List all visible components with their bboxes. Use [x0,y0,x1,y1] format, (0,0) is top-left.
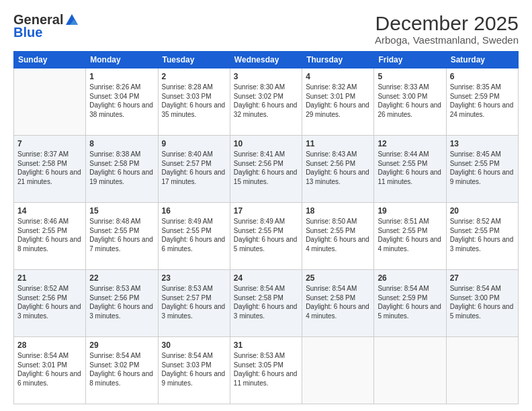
table-row: 29Sunrise: 8:54 AMSunset: 3:02 PMDayligh… [86,337,158,404]
sunset-text: Sunset: 3:00 PM [378,93,427,100]
sunrise-text: Sunrise: 8:54 AM [306,285,357,292]
table-row: 24Sunrise: 8:54 AMSunset: 2:58 PMDayligh… [230,270,302,337]
sunset-text: Sunset: 2:55 PM [89,227,139,234]
sunset-text: Sunset: 2:56 PM [17,294,67,302]
day-number: 2 [162,71,226,82]
daylight-text: Daylight: 6 hours and 4 minutes. [378,236,441,253]
daylight-text: Daylight: 6 hours and 35 minutes. [162,101,226,118]
day-number: 18 [306,205,370,216]
daylight-text: Daylight: 6 hours and 9 minutes. [450,169,514,185]
sunrise-text: Sunrise: 8:40 AM [162,150,213,158]
day-number: 24 [234,273,298,283]
table-row: 7Sunrise: 8:37 AMSunset: 2:58 PMDaylight… [14,136,86,203]
daylight-text: Daylight: 6 hours and 6 minutes. [162,236,226,253]
day-number: 25 [306,273,370,283]
table-row: 17Sunrise: 8:49 AMSunset: 2:55 PMDayligh… [230,203,302,270]
daylight-text: Daylight: 6 hours and 15 minutes. [234,169,298,185]
sunrise-text: Sunrise: 8:32 AM [306,83,357,91]
table-row: 8Sunrise: 8:38 AMSunset: 2:58 PMDaylight… [86,136,158,203]
sunrise-text: Sunrise: 8:44 AM [378,150,429,158]
sunrise-text: Sunrise: 8:30 AM [234,83,285,91]
day-number: 14 [17,205,82,216]
table-row [446,337,518,404]
header-wednesday: Wednesday [230,52,302,68]
sunset-text: Sunset: 3:00 PM [450,294,500,302]
table-row: 14Sunrise: 8:46 AMSunset: 2:55 PMDayligh… [14,203,86,270]
sunrise-text: Sunrise: 8:52 AM [17,285,69,292]
daylight-text: Daylight: 6 hours and 5 minutes. [378,303,441,320]
calendar-title: December 2025 [375,12,519,34]
sunset-text: Sunset: 2:55 PM [306,227,355,234]
table-row: 2Sunrise: 8:28 AMSunset: 3:03 PMDaylight… [158,68,230,136]
sunrise-text: Sunrise: 8:53 AM [162,285,213,292]
day-number: 11 [306,138,370,149]
sunrise-text: Sunrise: 8:54 AM [17,352,69,359]
sunrise-text: Sunrise: 8:49 AM [162,218,213,225]
table-row: 25Sunrise: 8:54 AMSunset: 2:58 PMDayligh… [302,270,374,337]
daylight-text: Daylight: 6 hours and 8 minutes. [89,370,153,387]
sunset-text: Sunset: 2:56 PM [89,294,139,302]
day-number: 21 [17,273,82,283]
sunrise-text: Sunrise: 8:48 AM [89,218,140,225]
table-row: 4Sunrise: 8:32 AMSunset: 3:01 PMDaylight… [302,68,374,136]
daylight-text: Daylight: 6 hours and 3 minutes. [17,303,81,320]
sunrise-text: Sunrise: 8:54 AM [162,352,213,359]
day-number: 30 [162,340,226,351]
table-row [302,337,374,404]
sunset-text: Sunset: 3:02 PM [89,361,139,369]
sunset-text: Sunset: 2:58 PM [234,294,283,302]
sunset-text: Sunset: 2:55 PM [234,227,283,234]
sunrise-text: Sunrise: 8:54 AM [234,285,285,292]
day-number: 9 [162,138,226,149]
day-number: 26 [378,273,442,283]
daylight-text: Daylight: 6 hours and 6 minutes. [17,370,81,387]
table-row: 30Sunrise: 8:54 AMSunset: 3:03 PMDayligh… [158,337,230,404]
daylight-text: Daylight: 6 hours and 5 minutes. [450,303,514,320]
daylight-text: Daylight: 6 hours and 32 minutes. [234,101,298,118]
table-row: 18Sunrise: 8:50 AMSunset: 2:55 PMDayligh… [302,203,374,270]
sunset-text: Sunset: 2:56 PM [234,160,283,167]
sunset-text: Sunset: 2:59 PM [378,294,427,302]
calendar-table: Sunday Monday Tuesday Wednesday Thursday… [13,51,519,404]
table-row: 27Sunrise: 8:54 AMSunset: 3:00 PMDayligh… [446,270,518,337]
daylight-text: Daylight: 6 hours and 4 minutes. [306,303,369,320]
sunrise-text: Sunrise: 8:49 AM [234,218,285,225]
sunset-text: Sunset: 3:03 PM [162,93,212,100]
sunset-text: Sunset: 2:57 PM [162,294,212,302]
logo-icon [64,13,79,28]
table-row: 31Sunrise: 8:53 AMSunset: 3:05 PMDayligh… [230,337,302,404]
table-row: 10Sunrise: 8:41 AMSunset: 2:56 PMDayligh… [230,136,302,203]
sunrise-text: Sunrise: 8:54 AM [450,285,501,292]
header-sunday: Sunday [14,52,86,68]
daylight-text: Daylight: 6 hours and 5 minutes. [234,236,298,253]
sunrise-text: Sunrise: 8:33 AM [378,83,429,91]
sunset-text: Sunset: 2:58 PM [89,160,139,167]
daylight-text: Daylight: 6 hours and 29 minutes. [306,101,369,118]
sunrise-text: Sunrise: 8:53 AM [89,285,140,292]
table-row: 23Sunrise: 8:53 AMSunset: 2:57 PMDayligh… [158,270,230,337]
header: General Blue December 2025 Arboga, Vaest… [13,12,519,46]
sunrise-text: Sunrise: 8:41 AM [234,150,285,158]
daylight-text: Daylight: 6 hours and 11 minutes. [234,370,298,387]
daylight-text: Daylight: 6 hours and 19 minutes. [89,169,153,185]
sunset-text: Sunset: 3:01 PM [17,361,67,369]
daylight-text: Daylight: 6 hours and 7 minutes. [89,236,153,253]
table-row [374,337,446,404]
day-number: 15 [89,205,154,216]
sunrise-text: Sunrise: 8:54 AM [89,352,140,359]
daylight-text: Daylight: 6 hours and 3 minutes. [234,303,298,320]
table-row: 26Sunrise: 8:54 AMSunset: 2:59 PMDayligh… [374,270,446,337]
calendar-header-row: Sunday Monday Tuesday Wednesday Thursday… [14,52,519,68]
daylight-text: Daylight: 6 hours and 13 minutes. [306,169,369,185]
header-saturday: Saturday [446,52,518,68]
day-number: 6 [450,71,515,82]
table-row: 3Sunrise: 8:30 AMSunset: 3:02 PMDaylight… [230,68,302,136]
sunrise-text: Sunrise: 8:51 AM [378,218,429,225]
sunset-text: Sunset: 2:58 PM [17,160,67,167]
sunset-text: Sunset: 2:55 PM [17,227,67,234]
table-row [14,68,86,136]
sunset-text: Sunset: 2:55 PM [378,160,427,167]
day-number: 5 [378,71,442,82]
day-number: 7 [17,138,82,149]
table-row: 19Sunrise: 8:51 AMSunset: 2:55 PMDayligh… [374,203,446,270]
